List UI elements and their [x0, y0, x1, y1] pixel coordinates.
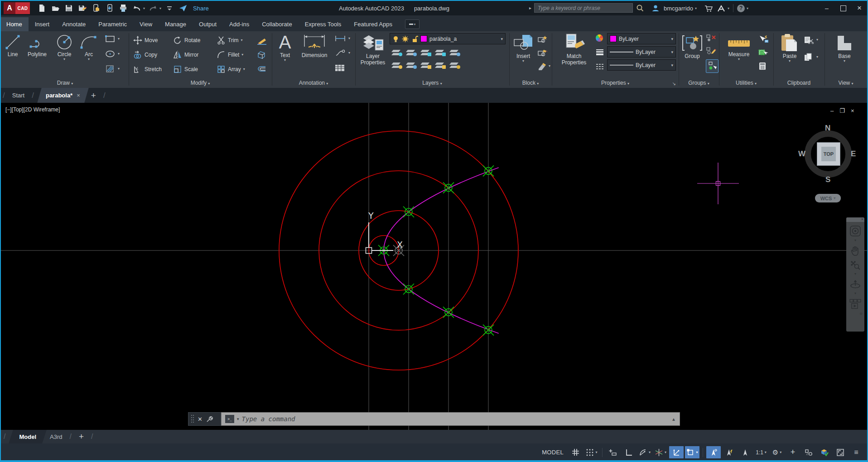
- file-tab-start[interactable]: Start: [8, 92, 29, 99]
- layer-match-tool[interactable]: [450, 62, 460, 69]
- layout-tab-model[interactable]: Model: [9, 430, 46, 443]
- command-customize-icon[interactable]: [206, 415, 214, 423]
- command-input[interactable]: >_ ▾ Type a command ▲: [221, 412, 680, 426]
- command-history-caret[interactable]: ▲: [671, 417, 676, 422]
- close-button[interactable]: ×: [854, 3, 865, 14]
- qat-customize-menu[interactable]: [164, 3, 175, 14]
- snap-mode-button[interactable]: ▾: [584, 446, 599, 458]
- edit-attributes-button[interactable]: [537, 48, 547, 57]
- lineweight-icon[interactable]: [595, 48, 604, 57]
- graphics-performance-button[interactable]: [817, 446, 832, 458]
- base-flyout-caret[interactable]: ▾: [844, 59, 845, 63]
- help-dropdown-caret[interactable]: ▾: [747, 6, 748, 10]
- polar-tracking-button[interactable]: ▾: [637, 446, 652, 458]
- search-icon[interactable]: [636, 4, 645, 13]
- layer-on-tool[interactable]: [392, 62, 402, 69]
- isolate-objects-button[interactable]: [801, 446, 816, 458]
- recent-commands-caret[interactable]: ▾: [237, 417, 239, 421]
- save-button[interactable]: [63, 3, 74, 14]
- redo-dropdown-caret[interactable]: ▾: [159, 6, 161, 10]
- viewport-close-icon[interactable]: ×: [851, 107, 854, 114]
- autodesk-dropdown-caret[interactable]: ▾: [728, 6, 729, 10]
- viewcube-top-face[interactable]: TOP: [817, 142, 840, 166]
- viewport-controls-label[interactable]: [−][Top][2D Wireframe]: [5, 106, 60, 113]
- new-file-tab-button[interactable]: +: [91, 91, 96, 101]
- erase-button[interactable]: [256, 36, 267, 45]
- arc-button[interactable]: Arc ▾: [78, 33, 99, 61]
- drawing-area[interactable]: YX [−][Top][2D Wireframe] – ❐ × N W E S …: [0, 103, 868, 430]
- dynamic-input-button[interactable]: [606, 446, 620, 458]
- navbar-customize-icon[interactable]: ⊖: [859, 312, 863, 316]
- dimension-linear-button[interactable]: ▾: [334, 35, 350, 42]
- text-flyout-caret[interactable]: ▾: [284, 58, 286, 62]
- array-flyout-caret[interactable]: ▾: [243, 67, 245, 71]
- panel-label-utilities[interactable]: Utilities ▾: [719, 80, 773, 86]
- autocad-logo[interactable]: A CAD: [4, 2, 30, 14]
- showmotion-icon[interactable]: [849, 298, 862, 310]
- navigation-wheel-icon[interactable]: [849, 225, 861, 237]
- trim-flyout-caret[interactable]: ▾: [241, 38, 243, 42]
- isometric-drafting-button[interactable]: ▾: [653, 446, 668, 458]
- ellipse-button[interactable]: ▾: [105, 50, 120, 58]
- dimension-button[interactable]: Dimension: [297, 32, 332, 58]
- layer-unisolate-tool[interactable]: [407, 62, 417, 69]
- panel-label-clipboard[interactable]: Clipboard: [773, 80, 825, 86]
- search-input[interactable]: Type a keyword or phrase: [534, 3, 633, 13]
- layer-thaw-icon[interactable]: [401, 35, 409, 43]
- undo-button[interactable]: [131, 3, 142, 14]
- layer-dropdown[interactable]: parábola_a ▾: [390, 33, 506, 44]
- username[interactable]: bmcgarrido: [664, 5, 693, 12]
- circle-flyout-caret[interactable]: ▾: [63, 58, 65, 61]
- command-line-close-icon[interactable]: ✕: [198, 416, 203, 423]
- layer-off-tool[interactable]: [392, 49, 402, 56]
- viewcube-north[interactable]: N: [825, 124, 830, 133]
- autodesk-logo-icon[interactable]: [717, 4, 726, 13]
- ribbon-tab-collaborate[interactable]: Collaborate: [256, 17, 299, 31]
- insert-flyout-caret[interactable]: ▾: [522, 59, 524, 63]
- measure-button[interactable]: Measure ▾: [723, 36, 755, 61]
- zoom-icon[interactable]: [850, 260, 861, 270]
- ribbon-tab-annotate[interactable]: Annotate: [56, 17, 92, 31]
- color-wheel-icon[interactable]: [595, 34, 603, 42]
- select-similar-button[interactable]: [758, 48, 769, 57]
- linetype-icon[interactable]: [595, 63, 604, 71]
- navbar-handle[interactable]: ×: [846, 217, 864, 222]
- polyline-button[interactable]: Polyline: [23, 33, 51, 58]
- panel-label-layers[interactable]: Layers ▾: [355, 80, 509, 86]
- move-button[interactable]: Move: [133, 36, 158, 45]
- ribbon-tab-insert[interactable]: Insert: [29, 17, 56, 31]
- quick-select-button[interactable]: [758, 35, 769, 43]
- copy-button[interactable]: Copy: [133, 50, 157, 59]
- ribbon-tab-manage[interactable]: Manage: [159, 17, 193, 31]
- properties-dialog-launcher[interactable]: ↘: [672, 81, 676, 86]
- scale-button[interactable]: Scale: [173, 65, 198, 74]
- rectangle-button[interactable]: ▾: [105, 35, 120, 43]
- layer-thaw-tool[interactable]: [421, 62, 431, 69]
- leader-button[interactable]: ▾: [334, 49, 350, 57]
- match-properties-button[interactable]: Match Properties: [556, 32, 592, 66]
- minimize-button[interactable]: –: [821, 3, 833, 14]
- maximize-button[interactable]: [837, 3, 849, 14]
- ribbon-tab-output[interactable]: Output: [193, 17, 223, 31]
- layer-make-current-tool[interactable]: [450, 49, 460, 56]
- layer-unlock-tool[interactable]: [436, 62, 446, 69]
- user-dropdown-caret[interactable]: ▾: [695, 6, 697, 10]
- layer-dropdown-caret[interactable]: ▾: [501, 37, 503, 41]
- stretch-button[interactable]: Stretch: [133, 65, 162, 74]
- file-tab-parabola[interactable]: parabola* ×: [37, 88, 87, 103]
- layer-on-icon[interactable]: [392, 35, 399, 43]
- array-button[interactable]: Array ▾: [217, 65, 245, 74]
- help-icon[interactable]: ?: [737, 5, 745, 12]
- viewport-minimize-icon[interactable]: –: [830, 107, 834, 114]
- drawing-canvas[interactable]: YX: [0, 103, 868, 430]
- grid-display-button[interactable]: [569, 446, 583, 458]
- ortho-mode-button[interactable]: [622, 446, 636, 458]
- object-color-dropdown[interactable]: ByLayer ▾: [607, 33, 676, 44]
- group-button[interactable]: Group: [680, 33, 705, 59]
- ribbon-tab-featured-apps[interactable]: Featured Apps: [347, 17, 399, 31]
- viewcube-south[interactable]: S: [825, 175, 830, 184]
- hatch-button[interactable]: ▾: [105, 65, 120, 73]
- workspace-switching-button[interactable]: ⚙ ▾: [770, 446, 784, 458]
- navbar-close-icon[interactable]: ×: [861, 217, 863, 221]
- layout-tab-a3rd[interactable]: A3rd: [46, 433, 66, 440]
